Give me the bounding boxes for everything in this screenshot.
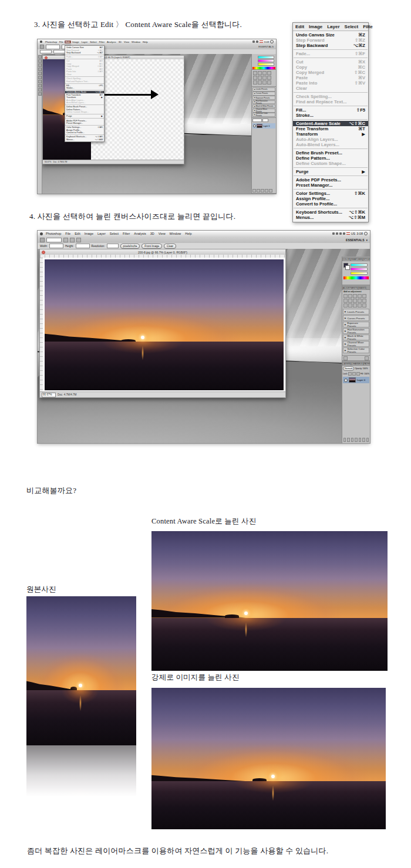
menu-item[interactable]: Copy Merged ⇧⌘C xyxy=(293,70,368,75)
panel-tab[interactable]: SWATCHES xyxy=(351,258,363,261)
menu-item[interactable]: Stroke... xyxy=(65,87,104,90)
width-field[interactable] xyxy=(49,244,63,248)
panel-tab[interactable]: COLOR xyxy=(342,258,351,261)
menu-bar-item[interactable]: Select xyxy=(89,40,98,43)
add-mask-icon[interactable] xyxy=(351,438,353,442)
menu-item[interactable]: Step Forward ⇧⌘Z xyxy=(293,38,368,43)
workspace-switcher[interactable]: ESSENTIALS xyxy=(258,45,274,48)
menu-bar-item[interactable]: View xyxy=(157,232,167,235)
menu-bar-item[interactable]: Edit xyxy=(65,40,71,43)
bw-adjustment-icon[interactable] xyxy=(353,299,357,303)
menu-item[interactable] xyxy=(294,106,368,106)
menu-bar-item[interactable]: Filter xyxy=(98,40,106,43)
adjustment-icon[interactable] xyxy=(262,80,267,85)
menu-tab[interactable]: Filte xyxy=(361,23,375,31)
curves-adjustment-icon[interactable] xyxy=(353,294,357,298)
menu-item[interactable]: Fill... ⇧F5 xyxy=(293,107,368,113)
menu-item[interactable]: Fade... ⇧⌘F xyxy=(65,56,104,59)
layer-style-icon[interactable] xyxy=(347,438,349,442)
options-field[interactable] xyxy=(46,45,60,49)
panel-tab[interactable]: STYLES xyxy=(363,258,370,261)
menu-bar-item[interactable]: Edit xyxy=(73,232,81,235)
menu-item[interactable] xyxy=(294,148,368,149)
preset-row[interactable]: ▶ Levels Presets xyxy=(252,87,275,92)
preset-row[interactable]: ▶ Selective Color Presets xyxy=(252,113,275,117)
menu-item[interactable]: Check Spelling... xyxy=(293,94,368,99)
adjustment-icon[interactable] xyxy=(262,76,267,80)
menu-item[interactable]: Copy ⌘C xyxy=(293,65,368,70)
layer-row[interactable]: Layer 0 xyxy=(343,377,369,383)
menu-item[interactable] xyxy=(294,167,368,168)
pan-icon[interactable] xyxy=(63,238,68,242)
preset-row[interactable]: ▶ Selective Color Presets xyxy=(343,347,369,353)
menu-item[interactable]: Find and Replace Text... xyxy=(293,99,368,104)
menu-item[interactable]: Clear xyxy=(65,73,104,76)
preset-row[interactable]: ▶ Levels Presets xyxy=(343,309,369,315)
menu-item[interactable]: Transform ▶ xyxy=(293,131,368,137)
preset-row[interactable]: ▶ Curves Presets xyxy=(343,315,369,321)
menu-bar-item[interactable]: File xyxy=(58,40,65,43)
layer-row[interactable]: Layer 0 xyxy=(252,123,275,129)
zoom-level[interactable]: 66.67% xyxy=(45,161,52,163)
menu-item[interactable]: Content-Aware Scale ⌥⇧⌘C xyxy=(293,121,368,126)
panel-tab[interactable]: LAYERS xyxy=(342,362,351,365)
invert-adjustment-icon[interactable] xyxy=(343,303,348,308)
lock-pixels-icon[interactable] xyxy=(352,372,356,376)
menu-bar-item[interactable]: Analysis xyxy=(106,40,117,43)
preset-row[interactable]: ▶ Black & White Presets xyxy=(343,335,369,340)
preset-row[interactable]: ▶ Exposure Presets xyxy=(343,322,369,327)
tool-preset-icon[interactable] xyxy=(40,45,44,49)
menu-bar-item[interactable]: Analysis xyxy=(133,232,147,235)
adjustment-icon[interactable] xyxy=(253,71,257,75)
adjustment-icon[interactable] xyxy=(258,71,262,75)
menu-item[interactable] xyxy=(294,58,368,58)
menu-bar-item[interactable]: Window xyxy=(169,232,183,235)
menu-item[interactable]: Assign Profile... xyxy=(293,196,368,201)
menu-item[interactable]: Stroke... xyxy=(293,113,368,118)
menu-item[interactable]: Convert to Profile... xyxy=(65,131,104,134)
panel-tab[interactable]: ADJUSTMENTS xyxy=(342,286,358,289)
panel-tab[interactable]: MASKS xyxy=(358,286,366,289)
tool-options-field[interactable] xyxy=(40,50,52,53)
menu-bar-item[interactable]: Image xyxy=(71,40,80,43)
yellow-slider[interactable] xyxy=(258,63,274,66)
menu-item[interactable]: Clear xyxy=(293,86,368,91)
menu-item[interactable]: Purge ▶ xyxy=(65,115,104,118)
spotlight-icon[interactable] xyxy=(270,40,274,43)
menu-item[interactable]: Find and Replace Text... xyxy=(65,80,104,83)
menu-item[interactable]: Keyboard Shortcuts... ⌥⇧⌘K xyxy=(293,210,368,215)
preset-row[interactable]: ▶ Hue/Saturation Presets xyxy=(252,100,275,104)
selective-color-adjustment-icon[interactable] xyxy=(362,303,366,308)
menu-item[interactable]: Define Custom Shape... xyxy=(293,161,368,166)
adjustment-icon[interactable] xyxy=(253,80,257,85)
menu-item[interactable]: Free Transform ⌘T xyxy=(293,126,368,131)
link-layers-icon[interactable] xyxy=(252,189,256,192)
threshold-adjustment-icon[interactable] xyxy=(353,303,357,308)
menu-bar-item[interactable]: View xyxy=(123,40,130,43)
menu-item[interactable]: Adobe PDF Presets... xyxy=(293,177,368,183)
menu-item[interactable] xyxy=(294,119,368,120)
channel-mixer-adjustment-icon[interactable] xyxy=(362,299,366,303)
height-field[interactable] xyxy=(76,244,90,248)
background-color-swatch[interactable] xyxy=(345,265,350,270)
menu-item[interactable]: Define Custom Shape... xyxy=(65,111,104,114)
lock-transparency-icon[interactable] xyxy=(348,372,352,376)
return-icon[interactable] xyxy=(343,356,348,360)
menu-tab[interactable]: Layer xyxy=(325,23,342,31)
adjustment-icon[interactable] xyxy=(258,80,262,85)
lock-all-icon[interactable] xyxy=(356,372,360,376)
menu-item[interactable]: Paste ⌘V xyxy=(293,75,368,80)
menu-tab[interactable]: Edit xyxy=(293,23,306,31)
layer-style-icon[interactable] xyxy=(257,189,260,192)
menu-bar-item[interactable]: Select xyxy=(109,232,120,235)
gradient-map-adjustment-icon[interactable] xyxy=(358,303,362,308)
cyan-slider[interactable] xyxy=(258,56,274,59)
menu-bar-item[interactable]: 3D xyxy=(117,40,123,43)
menu-bar-item[interactable]: Help xyxy=(184,232,193,235)
color-balance-adjustment-icon[interactable] xyxy=(348,299,352,303)
menu-item[interactable]: Auto-Blend Layers... xyxy=(65,102,104,104)
resolution-field[interactable] xyxy=(107,244,119,248)
color-ramp[interactable] xyxy=(343,276,369,279)
menu-item[interactable]: Menus... ⌥⇧⌘M xyxy=(65,138,104,141)
menu-item[interactable]: Undo Canvas Size ⌘Z xyxy=(293,32,368,38)
